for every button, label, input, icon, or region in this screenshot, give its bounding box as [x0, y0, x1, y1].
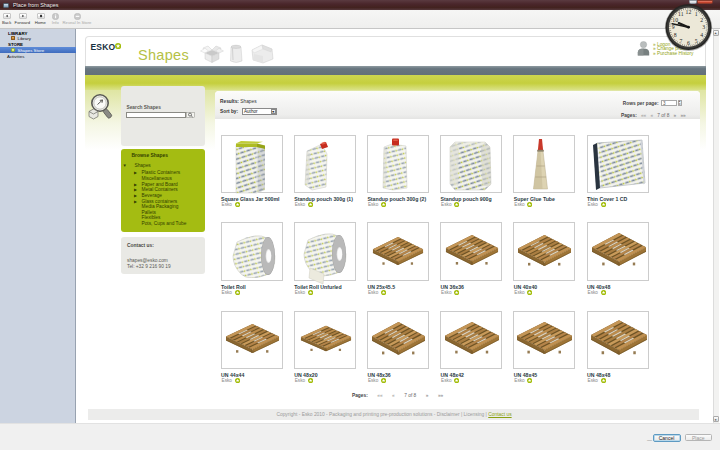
- svg-text:10: 10: [672, 16, 678, 22]
- svg-text:3: 3: [702, 24, 705, 30]
- svg-text:5: 5: [694, 37, 697, 43]
- svg-text:7: 7: [679, 37, 682, 43]
- svg-text:4: 4: [700, 31, 703, 37]
- svg-text:1: 1: [694, 11, 697, 17]
- svg-text:2: 2: [700, 16, 703, 22]
- svg-text:12: 12: [685, 9, 691, 15]
- svg-text:6: 6: [687, 39, 690, 45]
- svg-text:11: 11: [678, 11, 684, 17]
- svg-text:9: 9: [671, 24, 674, 30]
- svg-text:8: 8: [673, 31, 676, 37]
